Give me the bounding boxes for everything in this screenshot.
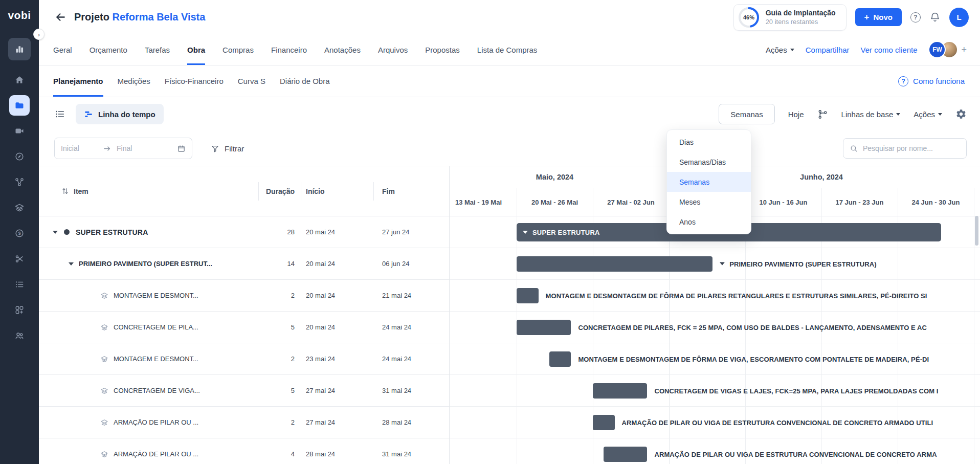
settings-gear-icon[interactable]: [955, 108, 967, 120]
gantt-toolbar: Linha do tempo Semanas Hoje Linhas de ba…: [39, 97, 980, 131]
notifications-bell-icon[interactable]: [929, 12, 941, 23]
search-input[interactable]: [863, 144, 960, 152]
item-start: 20 mai 24: [300, 260, 373, 268]
subtab-planejamento[interactable]: Planejamento: [53, 65, 103, 97]
table-row[interactable]: MONTAGEM E DESMONT...223 mai 2424 mai 24: [39, 343, 449, 375]
list-view-icon[interactable]: [54, 108, 65, 120]
view-as-client-button[interactable]: Ver como cliente: [861, 46, 918, 54]
gantt-actions-button[interactable]: Ações: [914, 110, 942, 119]
dropdown-item-semanas[interactable]: Semanas: [667, 172, 751, 192]
dependencies-branch-icon[interactable]: [817, 109, 828, 120]
subtab-diario-de-obra[interactable]: Diário de Obra: [280, 65, 330, 97]
dropdown-item-anos[interactable]: Anos: [667, 212, 751, 232]
vertical-scrollbar[interactable]: [975, 216, 978, 246]
checklist-icon: [14, 279, 25, 290]
dropdown-item-dias[interactable]: Dias: [667, 132, 751, 152]
actions-menu-button[interactable]: Ações: [766, 46, 794, 54]
collapse-caret-icon[interactable]: [720, 262, 725, 266]
tab-lista-de-compras[interactable]: Lista de Compras: [477, 34, 538, 65]
how-it-works-link[interactable]: ? Como funciona: [898, 65, 965, 97]
user-avatar[interactable]: L: [949, 8, 969, 27]
item-name: SUPER ESTRUTURA: [76, 228, 148, 236]
calendar-icon[interactable]: [177, 144, 186, 153]
compass-icon: [14, 151, 25, 162]
gantt-bar[interactable]: [549, 351, 571, 367]
table-row[interactable]: MONTAGEM E DESMONT...220 mai 2421 mai 24: [39, 280, 449, 312]
column-divider[interactable]: [373, 182, 374, 201]
sidebar-item-tools[interactable]: [9, 249, 30, 269]
table-row[interactable]: PRIMEIRO PAVIMENTO (SUPER ESTRUT...1420 …: [39, 248, 449, 280]
add-member-button[interactable]: +: [961, 45, 967, 55]
timeline-view-button[interactable]: Linha do tempo: [76, 104, 164, 124]
table-row[interactable]: CONCRETAGEM DE PILA...520 mai 2424 mai 2…: [39, 312, 449, 343]
item-start: 27 mai 24: [300, 418, 373, 426]
sidebar-item-home[interactable]: [9, 70, 30, 90]
column-divider[interactable]: [301, 182, 301, 201]
collapse-caret-icon[interactable]: [53, 231, 58, 234]
start-date-input[interactable]: [61, 144, 98, 152]
sidebar-item-apps[interactable]: [9, 300, 30, 320]
table-row[interactable]: CONCRETAGEM DE VIGA...527 mai 2431 mai 2…: [39, 375, 449, 407]
tab-propostas[interactable]: Propostas: [425, 34, 460, 65]
share-button[interactable]: Compartilhar: [806, 46, 850, 54]
subtab-curva-s[interactable]: Curva S: [238, 65, 265, 97]
sidebar-item-dashboard[interactable]: [8, 38, 31, 60]
svg-text:$: $: [18, 231, 20, 236]
column-divider[interactable]: [258, 182, 259, 201]
dropdown-item-semanas-dias[interactable]: Semanas/Dias: [667, 152, 751, 172]
scale-select-button[interactable]: Semanas: [719, 104, 774, 124]
sidebar-item-team[interactable]: [9, 325, 30, 346]
gantt-bar[interactable]: [593, 383, 647, 399]
sidebar-item-checklist[interactable]: [9, 274, 30, 295]
collapse-caret-icon[interactable]: [523, 231, 528, 234]
table-row[interactable]: SUPER ESTRUTURA2820 mai 2427 jun 24: [39, 216, 449, 248]
gantt-bar-label: CONCRETAGEM DE VIGAS E LAJES, FCK=25 MPA…: [654, 387, 938, 394]
guide-subtitle: 20 itens restantes: [766, 18, 836, 26]
today-button[interactable]: Hoje: [788, 110, 804, 119]
tab-compras[interactable]: Compras: [222, 34, 254, 65]
new-button[interactable]: + Novo: [855, 8, 902, 26]
subtab-fisico-financeiro[interactable]: Físico-Financeiro: [165, 65, 224, 97]
tab-geral[interactable]: Geral: [53, 34, 72, 65]
tab-arquivos[interactable]: Arquivos: [378, 34, 408, 65]
table-row[interactable]: ARMAÇÃO DE PILAR OU ...428 mai 2431 mai …: [39, 438, 449, 464]
date-range-input[interactable]: [54, 138, 192, 159]
sidebar-item-layers[interactable]: [9, 197, 30, 218]
subtab-medicoes[interactable]: Medições: [118, 65, 150, 97]
sidebar-item-folder[interactable]: [9, 95, 30, 116]
tab-orcamento[interactable]: Orçamento: [90, 34, 127, 65]
gantt-bar[interactable]: [517, 288, 539, 303]
baselines-button[interactable]: Linhas de base: [841, 110, 901, 119]
tab-obra[interactable]: Obra: [187, 34, 205, 65]
item-name: MONTAGEM E DESMONT...: [114, 292, 198, 299]
tab-anotacoes[interactable]: Anotações: [324, 34, 361, 65]
progress-ring-icon: 46%: [738, 7, 760, 28]
sidebar-expand-button[interactable]: ›: [33, 29, 44, 40]
app-root: vobi › $ Projeto Reforma Bela Vista 46%: [0, 0, 980, 464]
column-item: Item: [39, 187, 258, 195]
implementation-guide-card[interactable]: 46% Guia de Implantação 20 itens restant…: [733, 4, 847, 31]
search-box[interactable]: [843, 138, 967, 159]
dropdown-item-meses[interactable]: Meses: [667, 192, 751, 212]
gantt-bar[interactable]: [517, 320, 571, 335]
gantt-bar[interactable]: [593, 415, 615, 430]
back-arrow-icon[interactable]: [54, 11, 67, 24]
gantt-row: CONCRETAGEM DE VIGAS E LAJES, FCK=25 MPA…: [450, 375, 980, 407]
tab-tarefas[interactable]: Tarefas: [145, 34, 170, 65]
table-row[interactable]: ARMAÇÃO DE PILAR OU ...227 mai 2428 mai …: [39, 407, 449, 438]
item-end: 24 mai 24: [373, 323, 449, 331]
gantt-bar[interactable]: [604, 447, 647, 462]
help-icon[interactable]: ?: [910, 12, 921, 23]
sort-icon[interactable]: [61, 187, 69, 195]
sidebar-item-media[interactable]: [9, 121, 30, 141]
filter-button[interactable]: Filtrar: [211, 144, 244, 153]
sidebar-item-workflow[interactable]: [9, 172, 30, 192]
item-end: 31 mai 24: [373, 387, 449, 394]
tab-financeiro[interactable]: Financeiro: [271, 34, 307, 65]
main-area: Projeto Reforma Bela Vista 46% Guia de I…: [39, 0, 980, 464]
sidebar-item-compass[interactable]: [9, 146, 30, 167]
sidebar-item-finance[interactable]: $: [9, 223, 30, 244]
collapse-caret-icon[interactable]: [69, 262, 74, 266]
end-date-input[interactable]: [117, 144, 153, 152]
gantt-bar[interactable]: [517, 256, 712, 272]
